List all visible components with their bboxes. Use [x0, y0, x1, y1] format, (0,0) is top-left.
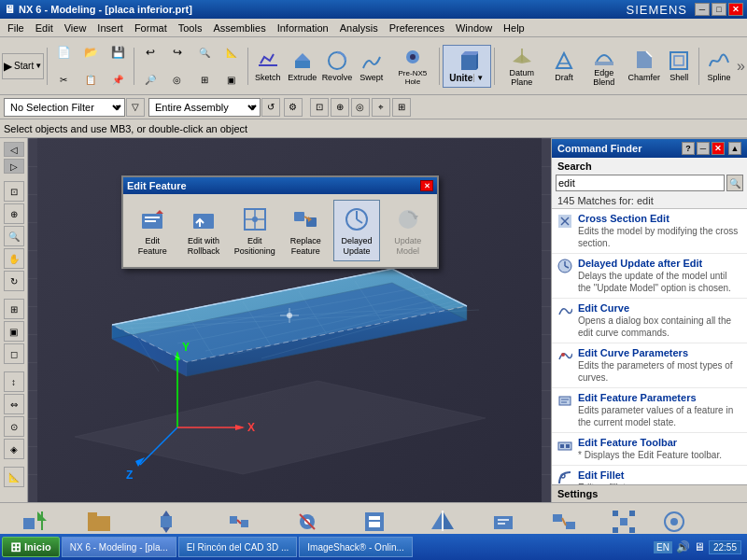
cf-help-btn[interactable]: ?	[682, 142, 695, 155]
cf-scroll-up[interactable]: ▲	[728, 142, 741, 155]
toolbar-save[interactable]: 💾	[105, 39, 131, 65]
cf-item-cross-section-edit[interactable]: Cross Section Edit Edits the model by mo…	[552, 209, 747, 254]
taskbar-item-nx6[interactable]: NX 6 - Modeling - [pla...	[62, 537, 176, 557]
toolbar-undo[interactable]: ↩	[137, 39, 163, 65]
cf-item-edit-feature-params[interactable]: Edit Feature Parameters Edits parameter …	[552, 388, 747, 433]
svg-marker-94	[162, 527, 170, 533]
taskbar-item-cad[interactable]: El Rincón del CAD 3D ...	[178, 537, 298, 557]
toolbar-revolve[interactable]: Revolve	[320, 45, 354, 88]
toolbar-edge-blend[interactable]: Edge Blend	[582, 45, 626, 88]
toolbar-4[interactable]: 📐	[218, 39, 245, 65]
snap-btn-3[interactable]: ◎	[351, 98, 370, 117]
snap-btn-5[interactable]: ⊞	[392, 98, 411, 117]
toolbar-unite[interactable]: Unite ▼	[443, 45, 491, 88]
side-btn-5[interactable]: ↻	[4, 271, 24, 291]
side-btn-8[interactable]: ◻	[4, 343, 24, 364]
side-btn-10[interactable]: ⇔	[4, 394, 24, 414]
side-btn-12[interactable]: ◈	[4, 439, 24, 459]
toolbar-chamfer[interactable]: Chamfer	[627, 45, 661, 88]
toolbar-datum-plane[interactable]: Datum Plane	[498, 45, 546, 88]
menu-insert[interactable]: Insert	[92, 21, 129, 35]
toolbar-3[interactable]: 🔍	[191, 39, 218, 65]
side-btn-4[interactable]: ✋	[4, 248, 24, 269]
reset-filter-btn[interactable]: ↺	[261, 98, 280, 117]
toolbar-5[interactable]: 🔎	[137, 66, 163, 92]
toolbar-copy[interactable]: 📋	[78, 66, 104, 92]
menu-window[interactable]: Window	[450, 21, 498, 35]
toolbar-extrude[interactable]: Extrude	[286, 45, 319, 88]
cf-item-edit-fillet[interactable]: Edit Fillet Edits a fillet curve.	[552, 466, 747, 484]
side-btn-3[interactable]: 🔍	[4, 226, 24, 246]
menu-format[interactable]: Format	[129, 21, 173, 35]
edit-feature-title-bar[interactable]: Edit Feature ✕	[123, 177, 437, 194]
paste-icon: 📌	[112, 75, 123, 85]
snap-btn-1[interactable]: ⊡	[310, 98, 329, 117]
toolbar-shell[interactable]: Shell	[662, 45, 696, 88]
snap-btn-4[interactable]: ⌖	[372, 98, 390, 117]
cf-minimize-btn[interactable]: ─	[697, 142, 710, 155]
side-btn-9[interactable]: ↕	[4, 371, 24, 392]
left-sidebar: ◁ ▷ ⊡ ⊕ 🔍 ✋ ↻ ⊞ ▣ ◻ ↕ ⇔ ⊙ ◈ 📐	[0, 138, 28, 502]
menu-file[interactable]: File	[2, 21, 30, 35]
cf-search-input[interactable]	[556, 175, 725, 191]
toolbar-start[interactable]: ▶ Start ▼	[2, 53, 44, 79]
edit-feature-btn[interactable]: EditFeature	[129, 200, 176, 261]
menu-help[interactable]: Help	[498, 21, 530, 35]
cf-item-delayed-update[interactable]: Delayed Update after Edit Delays the upd…	[552, 254, 747, 299]
toolbar-pre-nx5-hole[interactable]: Pre-NX5 Hole	[389, 45, 436, 88]
edit-positioning-btn[interactable]: EditPositioning	[231, 200, 278, 261]
toolbar-7[interactable]: ⊞	[191, 66, 218, 92]
toolbar-redo[interactable]: ↪	[164, 39, 190, 65]
selection-filter-dropdown[interactable]: No Selection Filter	[4, 98, 125, 117]
cf-search-button[interactable]: 🔍	[726, 175, 743, 191]
toolbar-open[interactable]: 📂	[78, 39, 104, 65]
toolbar-spline[interactable]: Spline	[702, 45, 736, 88]
menu-assemblies[interactable]: Assemblies	[207, 21, 271, 35]
minimize-button[interactable]: ─	[695, 3, 710, 16]
selection-icon-btn-1[interactable]: ▽	[126, 98, 145, 117]
side-btn-6[interactable]: ⊞	[4, 299, 24, 319]
cf-close-btn[interactable]: ✕	[712, 142, 725, 155]
toolbar-sketch[interactable]: Sketch	[251, 45, 285, 88]
cf-item-edit-curve[interactable]: Edit Curve Opens a dialog box containing…	[552, 299, 747, 343]
start-button[interactable]: ⊞ Inicio	[2, 537, 60, 557]
menu-tools[interactable]: Tools	[173, 21, 208, 35]
cf-item-edit-curve-params[interactable]: Edit Curve Parameters Edits the paramete…	[552, 343, 747, 388]
maximize-button[interactable]: □	[712, 3, 726, 16]
menu-information[interactable]: Information	[272, 21, 334, 35]
nav-forward[interactable]: ▷	[4, 159, 24, 174]
assembly-scope-dropdown[interactable]: Entire Assembly	[148, 98, 261, 117]
edit-with-rollback-btn[interactable]: Edit withRollback	[180, 200, 228, 261]
viewport[interactable]: Y Z X Edit Feature ✕	[28, 138, 551, 502]
toolbar-swept[interactable]: Swept	[355, 45, 388, 88]
side-btn-2[interactable]: ⊕	[4, 203, 24, 224]
side-btn-7[interactable]: ▣	[4, 321, 24, 342]
toolbar-6[interactable]: ◎	[164, 66, 190, 92]
toolbar-new[interactable]: 📄	[50, 39, 77, 65]
snap-btn-2[interactable]: ⊕	[331, 98, 349, 117]
toolbar-draft[interactable]: Draft	[547, 45, 581, 88]
menu-view[interactable]: View	[59, 21, 92, 35]
menu-analysis[interactable]: Analysis	[334, 21, 384, 35]
side-btn-13[interactable]: 📐	[4, 467, 24, 487]
side-btn-11[interactable]: ⊙	[4, 416, 24, 437]
taskbar-item-imageshack[interactable]: ImageShack® - Onlin...	[299, 537, 413, 557]
nav-back[interactable]: ◁	[4, 142, 24, 157]
edit-feature-close[interactable]: ✕	[420, 180, 433, 191]
delayed-update-btn[interactable]: DelayedUpdate	[333, 200, 381, 261]
toolbar-more[interactable]: »	[737, 58, 745, 75]
close-button[interactable]: ✕	[728, 3, 743, 16]
menu-edit[interactable]: Edit	[30, 21, 59, 35]
toolbar-cut[interactable]: ✂	[50, 66, 77, 92]
selection-options-btn[interactable]: ⚙	[284, 98, 303, 117]
menu-preferences[interactable]: Preferences	[384, 21, 450, 35]
side-btn-1[interactable]: ⊡	[4, 181, 24, 202]
toolbar-paste[interactable]: 📌	[105, 66, 131, 92]
cf-item-edit-feature-toolbar[interactable]: Edit Feature Toolbar * Displays the Edit…	[552, 433, 747, 466]
cf-item-icon-4	[557, 348, 572, 363]
cf-results-list[interactable]: Cross Section Edit Edits the model by mo…	[552, 208, 747, 484]
replace-feature-btn[interactable]: ReplaceFeature	[282, 200, 330, 261]
toolbar-8[interactable]: ▣	[218, 66, 245, 92]
unite-dropdown-arrow[interactable]: ▼	[473, 74, 484, 82]
extrude-icon	[291, 49, 314, 72]
